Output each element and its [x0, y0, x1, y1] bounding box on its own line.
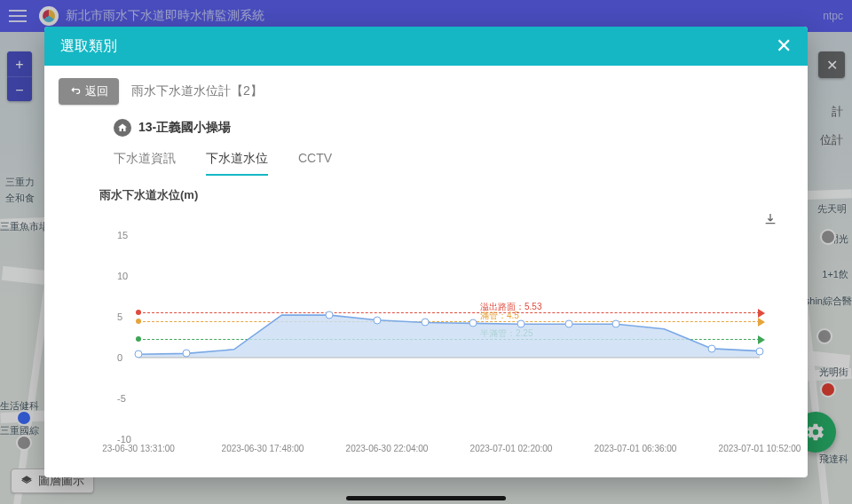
dialog-title: 選取類別 — [60, 37, 117, 56]
back-button[interactable]: 返回 — [59, 78, 119, 105]
x-tick: 23-06-30 13:31:00 — [102, 444, 175, 453]
x-tick: 2023-07-01 10:52:00 — [719, 444, 801, 453]
data-point[interactable] — [708, 344, 716, 352]
series-svg — [138, 235, 760, 439]
tab-bar: 下水道資訊 下水道水位 CCTV — [114, 144, 793, 177]
x-tick: 2023-06-30 22:04:00 — [346, 444, 429, 453]
download-icon — [763, 212, 777, 226]
dialog-close-button[interactable]: ✕ — [776, 35, 792, 58]
breadcrumb: 雨水下水道水位計【2】 — [131, 83, 263, 99]
x-tick: 2023-06-30 17:48:00 — [222, 444, 304, 453]
data-point[interactable] — [469, 319, 477, 327]
y-tick: 15 — [117, 230, 128, 240]
back-icon — [69, 85, 82, 98]
y-tick: 5 — [117, 311, 122, 322]
data-point[interactable] — [756, 347, 764, 355]
dialog-header: 選取類別 ✕ — [44, 27, 808, 66]
back-button-label: 返回 — [85, 83, 108, 99]
y-tick: -5 — [117, 393, 126, 404]
x-tick: 2023-07-01 06:36:00 — [595, 444, 677, 453]
data-point[interactable] — [422, 319, 430, 327]
download-button[interactable] — [760, 209, 781, 230]
data-point[interactable] — [612, 320, 620, 328]
chart-container: 雨水下水道水位(m) 溢出路面：5.53滿管：4.5半滿管：2.25 -10-5… — [99, 182, 785, 470]
tab-level[interactable]: 下水道水位 — [206, 144, 268, 176]
home-icon — [114, 119, 131, 137]
data-point[interactable] — [564, 320, 572, 328]
data-point[interactable] — [182, 350, 190, 358]
data-point[interactable] — [326, 311, 334, 319]
category-dialog: 選取類別 ✕ 返回 雨水下水道水位計【2】 13-正義國小操場 下水道資訊 下水… — [44, 27, 808, 477]
x-tick: 2023-07-01 02:20:00 — [470, 444, 553, 453]
chart-title: 雨水下水道水位(m) — [99, 187, 785, 203]
y-tick: 0 — [117, 352, 122, 363]
data-point[interactable] — [374, 316, 382, 324]
station-name: 13-正義國小操場 — [138, 120, 231, 136]
data-point[interactable] — [135, 350, 143, 358]
chart-plot[interactable]: 溢出路面：5.53滿管：4.5半滿管：2.25 -10-505101523-06… — [99, 235, 767, 439]
tab-cctv[interactable]: CCTV — [298, 144, 332, 176]
tab-info[interactable]: 下水道資訊 — [114, 144, 176, 176]
y-tick: 10 — [117, 271, 128, 281]
data-point[interactable] — [517, 320, 525, 328]
